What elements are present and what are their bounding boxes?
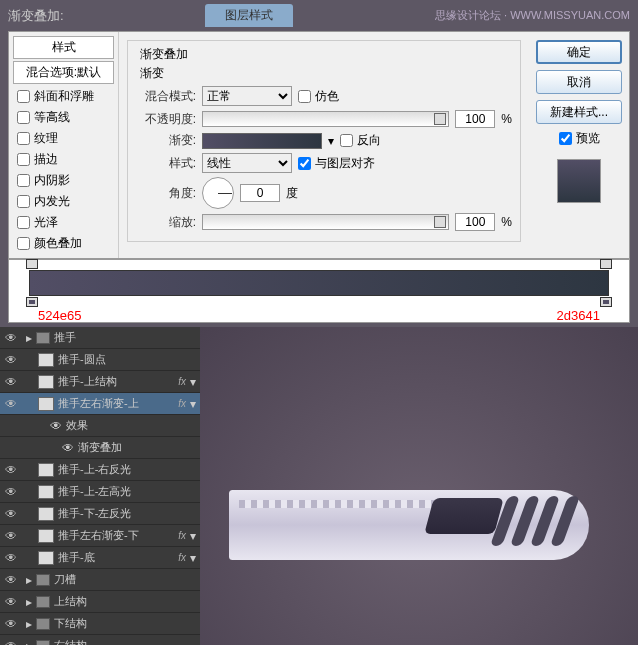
- layer-thumb: [38, 353, 54, 367]
- layer-name: 推手左右渐变-下: [58, 528, 174, 543]
- layer-row[interactable]: 👁▸刀槽: [0, 569, 200, 591]
- layer-row[interactable]: 👁推手-上-左高光: [0, 481, 200, 503]
- layer-name: 推手: [54, 330, 196, 345]
- chevron-down-icon[interactable]: ▾: [190, 551, 196, 565]
- layer-row[interactable]: 👁▸上结构: [0, 591, 200, 613]
- color-stop-right[interactable]: [600, 297, 612, 307]
- visibility-icon[interactable]: 👁: [4, 485, 18, 499]
- visibility-icon[interactable]: 👁: [4, 595, 18, 609]
- preview-checkbox[interactable]: [559, 132, 572, 145]
- style-select[interactable]: 线性: [202, 153, 292, 173]
- layer-name: 上结构: [54, 594, 196, 609]
- layer-row[interactable]: 👁推手-底fx▾: [0, 547, 200, 569]
- gradient-label: 渐变:: [136, 132, 196, 149]
- settings-column: 渐变叠加 渐变 混合模式: 正常 仿色 不透明度: % 渐变: ▾ 反向 样式:: [119, 32, 529, 258]
- layer-name: 效果: [66, 418, 196, 433]
- visibility-icon[interactable]: 👁: [4, 639, 18, 646]
- visibility-icon[interactable]: 👁: [4, 397, 18, 411]
- angle-input[interactable]: [240, 184, 280, 202]
- opacity-label: 不透明度:: [136, 111, 196, 128]
- scale-label: 缩放:: [136, 214, 196, 231]
- visibility-icon[interactable]: 👁: [4, 463, 18, 477]
- scale-input[interactable]: [455, 213, 495, 231]
- visibility-icon[interactable]: 👁: [4, 375, 18, 389]
- folder-icon: [36, 596, 50, 608]
- layers-list: 👁▸推手👁推手-圆点👁推手-上结构fx▾👁推手左右渐变-上fx▾👁效果👁渐变叠加…: [0, 327, 200, 645]
- style-item[interactable]: 光泽: [13, 212, 114, 233]
- angle-dial[interactable]: [202, 177, 234, 209]
- layer-row[interactable]: 👁渐变叠加: [0, 437, 200, 459]
- cancel-button[interactable]: 取消: [536, 70, 622, 94]
- layer-row[interactable]: 👁推手左右渐变-下fx▾: [0, 525, 200, 547]
- new-style-button[interactable]: 新建样式...: [536, 100, 622, 124]
- ok-button[interactable]: 确定: [536, 40, 622, 64]
- opacity-input[interactable]: [455, 110, 495, 128]
- visibility-icon[interactable]: 👁: [4, 507, 18, 521]
- arrow-icon[interactable]: ▸: [26, 617, 32, 631]
- chevron-down-icon[interactable]: ▾: [190, 397, 196, 411]
- layer-name: 推手-圆点: [58, 352, 196, 367]
- visibility-icon[interactable]: 👁: [4, 551, 18, 565]
- fx-badge: fx: [178, 552, 186, 563]
- style-item[interactable]: 描边: [13, 149, 114, 170]
- layer-row[interactable]: 👁推手-圆点: [0, 349, 200, 371]
- blend-options[interactable]: 混合选项:默认: [13, 61, 114, 84]
- layers-panel: 👁▸推手👁推手-圆点👁推手-上结构fx▾👁推手左右渐变-上fx▾👁效果👁渐变叠加…: [0, 327, 638, 645]
- visibility-icon[interactable]: 👁: [4, 353, 18, 367]
- style-item[interactable]: 内发光: [13, 191, 114, 212]
- layer-name: 下结构: [54, 616, 196, 631]
- layer-row[interactable]: 👁▸右结构: [0, 635, 200, 645]
- fx-badge: fx: [178, 530, 186, 541]
- dither-checkbox[interactable]: [298, 90, 311, 103]
- stop-hex-left: 524e65: [38, 308, 81, 323]
- scale-slider[interactable]: [202, 214, 449, 230]
- reverse-checkbox[interactable]: [340, 134, 353, 147]
- align-checkbox[interactable]: [298, 157, 311, 170]
- eye-icon[interactable]: 👁: [62, 441, 74, 455]
- layer-name: 渐变叠加: [78, 440, 196, 455]
- style-item[interactable]: 斜面和浮雕: [13, 86, 114, 107]
- layer-row[interactable]: 👁推手左右渐变-上fx▾: [0, 393, 200, 415]
- layer-row[interactable]: 👁推手-上-右反光: [0, 459, 200, 481]
- layer-row[interactable]: 👁推手-下-左反光: [0, 503, 200, 525]
- layer-row[interactable]: 👁▸下结构: [0, 613, 200, 635]
- header-left: 渐变叠加:: [8, 7, 64, 25]
- style-item[interactable]: 等高线: [13, 107, 114, 128]
- chevron-down-icon[interactable]: ▾: [328, 134, 334, 148]
- arrow-icon[interactable]: ▸: [26, 331, 32, 345]
- opacity-slider[interactable]: [202, 111, 449, 127]
- layer-thumb: [38, 507, 54, 521]
- arrow-icon[interactable]: ▸: [26, 595, 32, 609]
- knife-illustration: [229, 470, 609, 580]
- color-stop-left[interactable]: [26, 297, 38, 307]
- layer-style-dialog: 样式 混合选项:默认 斜面和浮雕等高线纹理描边内阴影内发光光泽颜色叠加 渐变叠加…: [8, 31, 630, 259]
- opacity-stop-right[interactable]: [600, 259, 612, 269]
- arrow-icon[interactable]: ▸: [26, 573, 32, 587]
- eye-icon[interactable]: 👁: [50, 419, 62, 433]
- visibility-icon[interactable]: 👁: [4, 573, 18, 587]
- arrow-icon[interactable]: ▸: [26, 639, 32, 646]
- layer-row[interactable]: 👁▸推手: [0, 327, 200, 349]
- chevron-down-icon[interactable]: ▾: [190, 529, 196, 543]
- style-item[interactable]: 内阴影: [13, 170, 114, 191]
- layer-thumb: [38, 397, 54, 411]
- style-item[interactable]: 纹理: [13, 128, 114, 149]
- visibility-icon[interactable]: 👁: [4, 331, 18, 345]
- blend-mode-select[interactable]: 正常: [202, 86, 292, 106]
- layer-name: 推手-底: [58, 550, 174, 565]
- gradient-bar[interactable]: 524e65 2d3641: [29, 270, 609, 296]
- sub-title: 渐变: [140, 65, 512, 82]
- layer-row[interactable]: 👁推手-上结构fx▾: [0, 371, 200, 393]
- gradient-preview[interactable]: [202, 133, 322, 149]
- visibility-icon[interactable]: 👁: [4, 529, 18, 543]
- layer-thumb: [38, 529, 54, 543]
- layer-row[interactable]: 👁效果: [0, 415, 200, 437]
- opacity-stop-left[interactable]: [26, 259, 38, 269]
- layer-name: 推手-上-左高光: [58, 484, 196, 499]
- watermark: 思缘设计论坛 · WWW.MISSYUAN.COM: [435, 8, 630, 23]
- chevron-down-icon[interactable]: ▾: [190, 375, 196, 389]
- style-item[interactable]: 颜色叠加: [13, 233, 114, 254]
- visibility-icon[interactable]: 👁: [4, 617, 18, 631]
- folder-icon: [36, 618, 50, 630]
- styles-header: 样式: [13, 36, 114, 59]
